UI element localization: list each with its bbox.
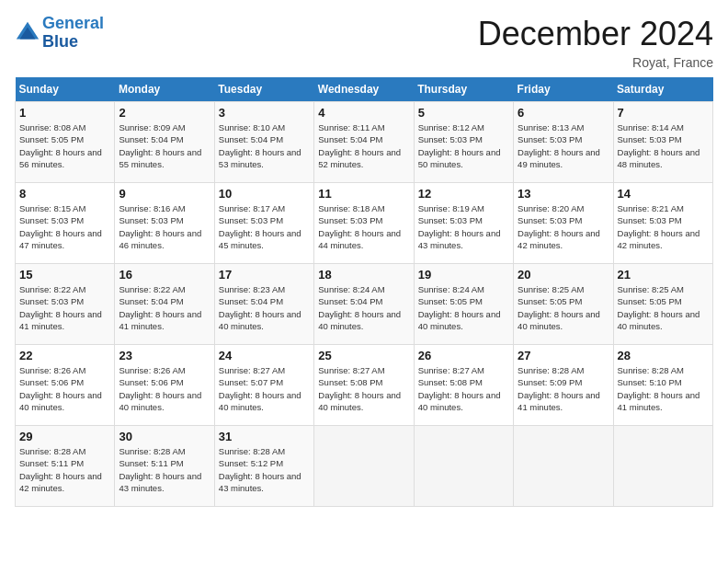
calendar-cell: 11 Sunrise: 8:18 AM Sunset: 5:03 PM Dayl…	[314, 183, 414, 264]
day-number: 19	[418, 268, 509, 282]
calendar-cell: 13 Sunrise: 8:20 AM Sunset: 5:03 PM Dayl…	[514, 183, 613, 264]
day-info: Sunrise: 8:24 AM Sunset: 5:05 PM Dayligh…	[418, 283, 509, 332]
day-info: Sunrise: 8:28 AM Sunset: 5:09 PM Dayligh…	[518, 364, 609, 413]
day-number: 22	[19, 349, 110, 362]
day-info: Sunrise: 8:10 AM Sunset: 5:04 PM Dayligh…	[219, 121, 310, 170]
day-info: Sunrise: 8:24 AM Sunset: 5:04 PM Dayligh…	[318, 283, 409, 332]
day-number: 11	[318, 187, 409, 201]
day-number: 5	[418, 106, 509, 120]
day-info: Sunrise: 8:28 AM Sunset: 5:11 PM Dayligh…	[119, 445, 210, 494]
calendar-cell: 22 Sunrise: 8:26 AM Sunset: 5:06 PM Dayl…	[16, 345, 115, 426]
day-number: 27	[518, 349, 609, 362]
calendar-cell: 4 Sunrise: 8:11 AM Sunset: 5:04 PM Dayli…	[314, 102, 414, 183]
day-number: 12	[418, 187, 509, 201]
day-number: 30	[119, 430, 210, 443]
calendar-cell: 18 Sunrise: 8:24 AM Sunset: 5:04 PM Dayl…	[314, 264, 414, 345]
day-info: Sunrise: 8:08 AM Sunset: 5:05 PM Dayligh…	[19, 121, 110, 170]
calendar-cell: 3 Sunrise: 8:10 AM Sunset: 5:04 PM Dayli…	[214, 102, 313, 183]
calendar-cell: 19 Sunrise: 8:24 AM Sunset: 5:05 PM Dayl…	[414, 264, 513, 345]
day-info: Sunrise: 8:27 AM Sunset: 5:08 PM Dayligh…	[318, 364, 409, 413]
day-info: Sunrise: 8:16 AM Sunset: 5:03 PM Dayligh…	[119, 202, 210, 251]
day-info: Sunrise: 8:28 AM Sunset: 5:11 PM Dayligh…	[19, 445, 110, 494]
day-number: 13	[518, 187, 609, 201]
day-info: Sunrise: 8:22 AM Sunset: 5:03 PM Dayligh…	[19, 283, 110, 332]
day-info: Sunrise: 8:26 AM Sunset: 5:06 PM Dayligh…	[119, 364, 210, 413]
title-area: December 2024 Royat, France	[478, 15, 713, 70]
day-number: 2	[119, 106, 210, 120]
logo: General Blue	[15, 15, 104, 52]
day-info: Sunrise: 8:20 AM Sunset: 5:03 PM Dayligh…	[518, 202, 609, 251]
calendar-cell: 26 Sunrise: 8:27 AM Sunset: 5:08 PM Dayl…	[414, 345, 513, 426]
day-info: Sunrise: 8:25 AM Sunset: 5:05 PM Dayligh…	[518, 283, 609, 332]
calendar-cell: 2 Sunrise: 8:09 AM Sunset: 5:04 PM Dayli…	[115, 102, 214, 183]
calendar-cell: 7 Sunrise: 8:14 AM Sunset: 5:03 PM Dayli…	[613, 102, 712, 183]
calendar-cell: 25 Sunrise: 8:27 AM Sunset: 5:08 PM Dayl…	[314, 345, 414, 426]
weekday-header-wednesday: Wednesday	[314, 77, 414, 102]
calendar-cell: 30 Sunrise: 8:28 AM Sunset: 5:11 PM Dayl…	[115, 426, 214, 507]
calendar-cell: 17 Sunrise: 8:23 AM Sunset: 5:04 PM Dayl…	[214, 264, 313, 345]
calendar-cell: 14 Sunrise: 8:21 AM Sunset: 5:03 PM Dayl…	[613, 183, 712, 264]
calendar-week-3: 15 Sunrise: 8:22 AM Sunset: 5:03 PM Dayl…	[16, 264, 713, 345]
calendar-cell: 20 Sunrise: 8:25 AM Sunset: 5:05 PM Dayl…	[514, 264, 613, 345]
calendar-cell	[414, 426, 513, 507]
day-info: Sunrise: 8:28 AM Sunset: 5:10 PM Dayligh…	[618, 364, 709, 413]
location: Royat, France	[478, 55, 713, 70]
day-info: Sunrise: 8:15 AM Sunset: 5:03 PM Dayligh…	[19, 202, 110, 251]
day-number: 16	[119, 268, 210, 282]
day-number: 3	[219, 106, 310, 120]
day-number: 25	[318, 349, 409, 362]
day-number: 4	[318, 106, 409, 120]
calendar-cell: 31 Sunrise: 8:28 AM Sunset: 5:12 PM Dayl…	[214, 426, 313, 507]
logo-icon	[15, 20, 40, 46]
day-number: 24	[219, 349, 310, 362]
weekday-header-friday: Friday	[514, 77, 613, 102]
day-number: 7	[618, 106, 709, 120]
header: General Blue December 2024 Royat, France	[15, 15, 713, 70]
weekday-header-monday: Monday	[115, 77, 214, 102]
day-info: Sunrise: 8:11 AM Sunset: 5:04 PM Dayligh…	[318, 121, 409, 170]
calendar-cell: 21 Sunrise: 8:25 AM Sunset: 5:05 PM Dayl…	[613, 264, 712, 345]
calendar-cell: 16 Sunrise: 8:22 AM Sunset: 5:04 PM Dayl…	[115, 264, 214, 345]
day-number: 9	[119, 187, 210, 201]
day-info: Sunrise: 8:22 AM Sunset: 5:04 PM Dayligh…	[119, 283, 210, 332]
day-number: 10	[219, 187, 310, 201]
day-info: Sunrise: 8:09 AM Sunset: 5:04 PM Dayligh…	[119, 121, 210, 170]
calendar-cell: 15 Sunrise: 8:22 AM Sunset: 5:03 PM Dayl…	[16, 264, 115, 345]
day-number: 18	[318, 268, 409, 282]
day-info: Sunrise: 8:21 AM Sunset: 5:03 PM Dayligh…	[618, 202, 709, 251]
day-info: Sunrise: 8:25 AM Sunset: 5:05 PM Dayligh…	[618, 283, 709, 332]
logo-text: General Blue	[42, 15, 104, 52]
day-number: 21	[618, 268, 709, 282]
day-number: 8	[19, 187, 110, 201]
calendar-cell: 23 Sunrise: 8:26 AM Sunset: 5:06 PM Dayl…	[115, 345, 214, 426]
calendar-week-1: 1 Sunrise: 8:08 AM Sunset: 5:05 PM Dayli…	[16, 102, 713, 183]
calendar-cell: 27 Sunrise: 8:28 AM Sunset: 5:09 PM Dayl…	[514, 345, 613, 426]
day-number: 31	[219, 430, 310, 443]
calendar-cell: 8 Sunrise: 8:15 AM Sunset: 5:03 PM Dayli…	[16, 183, 115, 264]
day-info: Sunrise: 8:19 AM Sunset: 5:03 PM Dayligh…	[418, 202, 509, 251]
calendar-cell	[314, 426, 414, 507]
calendar-cell: 1 Sunrise: 8:08 AM Sunset: 5:05 PM Dayli…	[16, 102, 115, 183]
calendar-cell: 28 Sunrise: 8:28 AM Sunset: 5:10 PM Dayl…	[613, 345, 712, 426]
day-info: Sunrise: 8:28 AM Sunset: 5:12 PM Dayligh…	[219, 445, 310, 494]
day-number: 29	[19, 430, 110, 443]
day-number: 20	[518, 268, 609, 282]
day-number: 15	[19, 268, 110, 282]
calendar-cell: 24 Sunrise: 8:27 AM Sunset: 5:07 PM Dayl…	[214, 345, 313, 426]
day-info: Sunrise: 8:17 AM Sunset: 5:03 PM Dayligh…	[219, 202, 310, 251]
day-number: 6	[518, 106, 609, 120]
day-info: Sunrise: 8:12 AM Sunset: 5:03 PM Dayligh…	[418, 121, 509, 170]
weekday-header-tuesday: Tuesday	[214, 77, 313, 102]
calendar-cell	[613, 426, 712, 507]
day-number: 28	[618, 349, 709, 362]
calendar-cell: 5 Sunrise: 8:12 AM Sunset: 5:03 PM Dayli…	[414, 102, 513, 183]
weekday-header-sunday: Sunday	[16, 77, 115, 102]
calendar-table: SundayMondayTuesdayWednesdayThursdayFrid…	[15, 77, 713, 507]
day-number: 14	[618, 187, 709, 201]
day-number: 17	[219, 268, 310, 282]
calendar-cell	[514, 426, 613, 507]
calendar-week-5: 29 Sunrise: 8:28 AM Sunset: 5:11 PM Dayl…	[16, 426, 713, 507]
day-number: 23	[119, 349, 210, 362]
day-info: Sunrise: 8:26 AM Sunset: 5:06 PM Dayligh…	[19, 364, 110, 413]
day-number: 26	[418, 349, 509, 362]
